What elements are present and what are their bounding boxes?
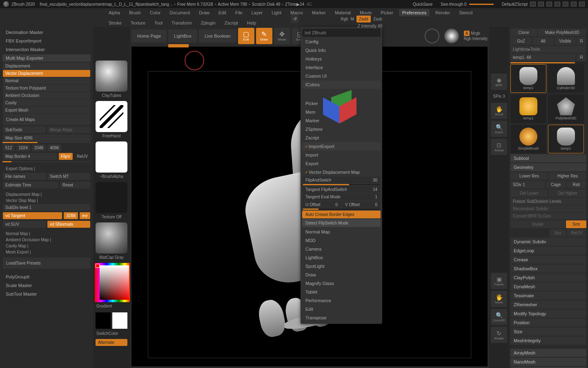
pref-camera[interactable]: Camera	[302, 245, 381, 253]
tool-thumb-temp1[interactable]: temp1	[510, 64, 546, 93]
pref-lightbox[interactable]: LightBox	[302, 254, 381, 262]
color-cube-icon[interactable]	[323, 92, 360, 121]
rotate3d-button[interactable]: ↻Rotate	[491, 327, 507, 343]
mrgb-button[interactable]: Mrgb	[471, 31, 480, 36]
actual-button[interactable]: ⊡Actual	[491, 139, 507, 155]
shading-sphere-icon[interactable]	[444, 29, 459, 43]
sdiv-slider[interactable]: SDiv 1	[510, 181, 545, 188]
slider-subdiv[interactable]: SubDiv level 1	[3, 204, 90, 211]
pref-quickinfo[interactable]: Quick Info	[302, 46, 381, 54]
stroke-thumb[interactable]	[96, 101, 127, 132]
section-mesh-export[interactable]: Mesh Export |	[2, 249, 91, 255]
section-export-options[interactable]: Export Options |	[2, 166, 91, 172]
goz-all-button[interactable]: All	[532, 37, 554, 45]
menu-draw[interactable]: Draw	[196, 9, 213, 16]
reconstruct-subdiv-button[interactable]: Reconstruct Subdiv	[510, 205, 586, 212]
tool-thumb-cylinder[interactable]: Cylinder3D	[548, 64, 584, 93]
pref-config[interactable]: Config	[302, 38, 381, 46]
zoom-button[interactable]: 🔍Zoom	[491, 121, 507, 137]
menu-transform[interactable]: Transform	[168, 19, 195, 27]
menu-zplugin[interactable]: Zplugin	[198, 19, 219, 27]
pref-hotkeys[interactable]: Hotkeys	[302, 55, 381, 63]
live-boolean-button[interactable]: Live Boolean	[199, 29, 236, 43]
menu-marker[interactable]: Marker	[309, 9, 329, 16]
a-button[interactable]: A	[464, 31, 470, 36]
btn-cavity[interactable]: Cavity	[3, 99, 90, 106]
tool-thumb-simplebrush[interactable]: SimpleBrush	[510, 125, 546, 153]
tool-r-button[interactable]: R	[577, 54, 586, 61]
window-close[interactable]	[579, 2, 585, 7]
btn-32bit[interactable]: 32Bit	[64, 212, 78, 219]
sec-dynamesh[interactable]: DynaMesh	[510, 283, 586, 291]
menu-stencil[interactable]: Stencil	[456, 9, 476, 16]
preset-4096[interactable]: 4096	[47, 144, 61, 151]
section-subtool[interactable]: Subtool	[510, 154, 586, 162]
section-cavity-map[interactable]: Cavity Map |	[2, 243, 91, 249]
alpha-thumb[interactable]	[96, 141, 127, 173]
goz-visible-button[interactable]: Visible	[555, 37, 576, 45]
m-button[interactable]: M	[351, 17, 354, 21]
btn-flipv[interactable]: FlipV	[59, 153, 73, 160]
sec-claypolish[interactable]: ClayPolish	[510, 274, 586, 282]
history-icon[interactable]: ↺	[291, 15, 299, 23]
section-disp-map[interactable]: Displacement Map |	[2, 191, 91, 197]
alternate-button[interactable]: Alternate	[96, 339, 127, 346]
quicksave-button[interactable]: QuickSave	[413, 2, 432, 7]
btn-vd-snormals[interactable]: vd SNormals	[47, 221, 90, 228]
btn-normal[interactable]: Normal	[3, 77, 90, 84]
zsub-button[interactable]: Zsub	[373, 17, 382, 21]
slider-u-offset[interactable]: U Offset0	[302, 201, 341, 208]
freeze-subdiv-button[interactable]: Freeze SubDivision Levels	[510, 198, 586, 205]
viewport-top-slider[interactable]	[168, 44, 189, 47]
section-vdisp-map[interactable]: Vector Disp Map |	[2, 197, 91, 204]
pref-magnify[interactable]: Magnify Glass	[302, 279, 381, 287]
sec-edgeloop[interactable]: EdgeLoop	[510, 247, 586, 255]
sec-crease[interactable]: Crease	[510, 256, 586, 264]
tool-name[interactable]: temp1. 48	[510, 54, 576, 61]
material-thumb[interactable]	[96, 222, 127, 254]
menu-zscript[interactable]: Zscript	[221, 19, 241, 27]
pref-zscript[interactable]: Zscript	[302, 134, 381, 142]
btn-load-save-presets[interactable]: Load/Save Presets	[3, 258, 90, 269]
menu-render[interactable]: Render	[432, 9, 453, 16]
make-polymesh3d-button[interactable]: Make PolyMesh3D	[538, 29, 586, 36]
home-page-button[interactable]: Home Page	[131, 29, 167, 43]
rgb-button[interactable]: Rgb	[341, 17, 348, 21]
pref-draw[interactable]: Draw	[302, 271, 381, 279]
pref-transpose[interactable]: Transpose	[302, 314, 381, 322]
menu-alpha[interactable]: Alpha	[105, 9, 123, 16]
menu-color[interactable]: Color	[147, 9, 164, 16]
window-btn-3[interactable]	[546, 2, 552, 7]
btn-auto-crease[interactable]: Auto Crease Border Edges	[302, 211, 381, 218]
tool-thumb-polymesh[interactable]: PolyMesh3D	[548, 94, 584, 123]
sec-zremesher[interactable]: ZRemesher	[510, 301, 586, 309]
menu-tool[interactable]: Tool	[151, 19, 166, 27]
slider-tangent-fas[interactable]: Tangent FlipAndSwitch14	[302, 186, 381, 193]
del-lower-button[interactable]: Del Lower	[510, 189, 548, 197]
btn-file-names[interactable]: File names	[3, 173, 46, 180]
pref-vdm[interactable]: Vector Displacement Map	[302, 168, 381, 176]
frame-button[interactable]: ▣Frame	[491, 273, 507, 289]
tool-thumb-temp1c[interactable]: temp1	[548, 125, 584, 153]
section-mme[interactable]: Multi Map Exporter	[2, 54, 91, 62]
pref-normalmap[interactable]: Normal Map	[302, 228, 381, 236]
btn-detect-flipswitch[interactable]: Detect FilpSwitch Mode	[302, 219, 381, 227]
pref-tablet[interactable]: Tablet	[302, 288, 381, 296]
bpr-button[interactable]: ◉BPR	[491, 74, 507, 90]
preset-1024[interactable]: 1024	[16, 144, 30, 151]
sec-tessimate[interactable]: Tessimate	[510, 292, 586, 300]
move-mode-button[interactable]: ✥Move	[274, 28, 290, 44]
btn-export-mesh[interactable]: Export Mesh	[3, 107, 90, 114]
pref-search-input[interactable]: Init ZBrush	[302, 29, 381, 37]
slider-flipandswitch[interactable]: FlipAndSwitch30	[302, 177, 381, 184]
btn-vector-displacement[interactable]: Vector Displacement	[3, 70, 90, 77]
plugin-intersection[interactable]: Intersection Masker	[2, 45, 91, 54]
plugin-polygroupit[interactable]: PolyGroupIt	[2, 273, 91, 281]
rgb-intensity-label[interactable]: Rgb Intensity	[464, 36, 488, 41]
pref-zsphere[interactable]: ZSphere	[302, 125, 381, 133]
btn-tex-polypaint[interactable]: Texture from Polypaint	[3, 85, 90, 92]
preset-2048[interactable]: 2048	[32, 144, 46, 151]
window-max[interactable]	[571, 2, 577, 7]
goz-r-button[interactable]: R	[577, 37, 586, 45]
btn-estimate-time[interactable]: Estimate Time	[3, 182, 58, 188]
